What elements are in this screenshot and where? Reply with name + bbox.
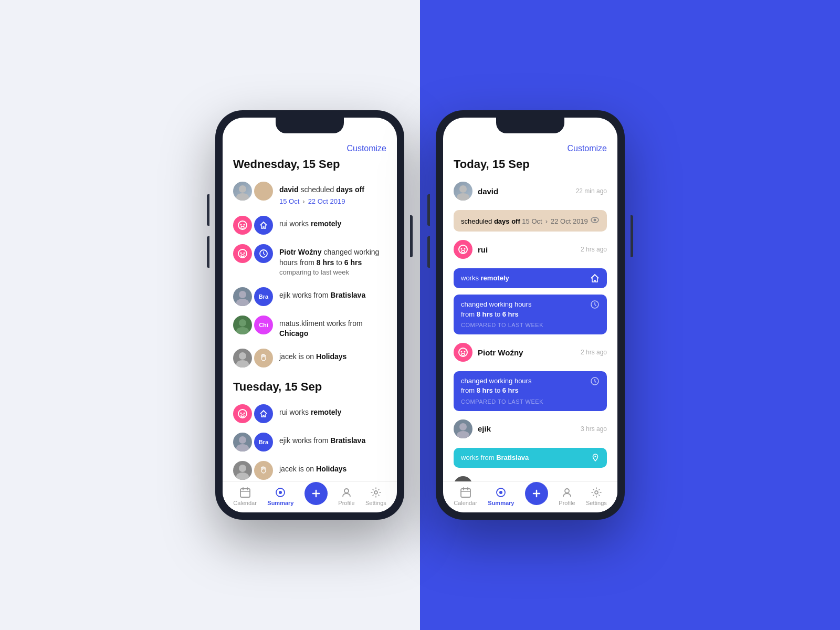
nav-calendar-label-left: Calendar (233, 500, 257, 506)
calendar-icon-left (239, 486, 251, 499)
right-feed-item-aa: aa aa 3 hrs ago works from Bratislava (454, 476, 607, 481)
nav-settings-left[interactable]: Settings (365, 486, 386, 506)
nav-settings-label-right: Settings (586, 500, 607, 506)
nav-calendar-right[interactable]: Calendar (454, 486, 477, 506)
phone-right: Customize Today, 15 Sep david 22 min ago (436, 110, 625, 520)
avatar-matus-photo (233, 316, 252, 334)
nav-profile-label-left: Profile (338, 500, 354, 506)
location-icon-ejik (591, 454, 600, 462)
avatar-aa-right: aa (454, 476, 472, 481)
nav-profile-right[interactable]: Profile (559, 486, 575, 506)
nav-settings-right[interactable]: Settings (586, 486, 607, 506)
avatar-rui-right (454, 240, 472, 259)
card-date-range-david: 15 Oct›22 Oct 2019 (522, 217, 587, 226)
avatar-ejik-photo (233, 287, 252, 306)
svg-point-0 (239, 185, 246, 193)
right-feed-item-david: david 22 min ago scheduled days off 15 O… (454, 182, 607, 232)
feed-item-rui-tue: rui works remotely (233, 404, 386, 423)
svg-point-30 (457, 193, 469, 201)
screen-right-content: Customize Today, 15 Sep david 22 min ago (443, 118, 617, 481)
feed-item-ejik-wed: Bra ejik works from Bratislava (233, 287, 386, 306)
name-piotr-right: Piotr Woźny (478, 348, 523, 357)
avatar-jacek-photo (233, 349, 252, 368)
svg-point-24 (236, 472, 249, 480)
calendar-icon-right (459, 486, 472, 499)
feed-text-rui-tue: rui works remotely (279, 404, 341, 418)
nav-profile-label-right: Profile (559, 500, 575, 506)
avatar-pair-ejik-wed: Bra (233, 287, 273, 306)
profile-icon-right (561, 486, 573, 499)
card-text-rui-hours: changed working hoursfrom 8 hrs to 6 hrs (461, 300, 543, 319)
avatar-jacek-hand (254, 349, 273, 368)
phone-left-screen: Customize Wednesday, 15 Sep david schedu… (223, 118, 397, 512)
clock-icon-rui (590, 300, 600, 309)
svg-point-41 (461, 353, 465, 355)
svg-point-50 (565, 489, 569, 493)
feed-item-jacek-wed: jacek is on Holidays (233, 349, 386, 368)
add-button-left[interactable] (304, 482, 328, 505)
avatar-piotr-pig (233, 244, 252, 263)
phone-right-screen: Customize Today, 15 Sep david 22 min ago (443, 118, 617, 512)
nav-add-left[interactable] (304, 487, 328, 505)
card-rui-hours: changed working hoursfrom 8 hrs to 6 hrs… (454, 295, 607, 334)
nav-add-right[interactable] (525, 487, 548, 505)
avatar-pair-rui-wed (233, 216, 273, 235)
svg-point-28 (374, 491, 377, 494)
nav-summary-label-left: Summary (267, 500, 293, 506)
svg-point-3 (240, 224, 242, 226)
avatar-pair-matus: Chi (233, 316, 273, 334)
avatar-ejik-right (454, 419, 472, 438)
feed-text-ejik-wed: ejik works from Bratislava (279, 287, 365, 301)
nav-summary-right[interactable]: Summary (488, 486, 514, 506)
volume-up-button-right (427, 194, 430, 226)
svg-point-34 (461, 248, 463, 250)
feed-text-matus-wed: matus.kliment works from Chicago (279, 316, 386, 339)
avatar-rui-home (254, 216, 273, 235)
nav-profile-left[interactable]: Profile (338, 486, 354, 506)
cards-david: scheduled days off 15 Oct›22 Oct 2019 (454, 207, 607, 232)
right-feed-item-ejik: ejik 3 hrs ago works from Bratislava (454, 419, 607, 468)
svg-point-8 (244, 253, 245, 254)
date-header-wednesday: Wednesday, 15 Sep (233, 158, 386, 171)
cards-ejik: works from Bratislava (454, 445, 607, 468)
date-header-today: Today, 15 Sep (454, 158, 607, 171)
avatar-piotr-clock (254, 244, 273, 263)
summary-icon-right (495, 486, 507, 499)
avatar-david-tan (254, 182, 273, 201)
nav-summary-left[interactable]: Summary (267, 486, 293, 506)
time-ejik: 3 hrs ago (581, 425, 607, 433)
customize-button-right[interactable]: Customize (454, 144, 607, 153)
avatar-rui-tue-home (254, 404, 273, 423)
phones-container: Customize Wednesday, 15 Sep david schedu… (0, 0, 840, 630)
svg-point-20 (241, 415, 244, 417)
cards-rui: works remotely changed working hoursfrom… (454, 265, 607, 334)
card-label-piotr: COMPARED TO LAST WEEK (461, 398, 543, 406)
add-button-right[interactable] (525, 482, 548, 505)
bottom-nav-left: Calendar Summary Prof (223, 481, 397, 512)
profile-icon-left (340, 486, 353, 499)
avatar-ejik-tue-photo (233, 433, 252, 452)
avatar-jacek-tue-hand (254, 461, 273, 480)
volume-up-button (207, 194, 209, 226)
settings-icon-right (590, 486, 603, 499)
svg-point-5 (241, 226, 244, 228)
svg-point-1 (236, 193, 249, 201)
feed-text-piotr-wed: Piotr Woźny changed working hours from 8… (279, 244, 386, 277)
card-rui-remotely: works remotely (454, 268, 607, 288)
eye-icon (590, 215, 600, 225)
nav-calendar-left[interactable]: Calendar (233, 486, 257, 506)
svg-point-23 (239, 465, 246, 472)
card-text-ejik: works from Bratislava (461, 453, 529, 463)
svg-point-4 (244, 224, 245, 226)
avatar-rui-tue-pig (233, 404, 252, 423)
nav-summary-label-right: Summary (488, 500, 514, 506)
avatar-pair-david (233, 182, 273, 201)
power-button (410, 215, 413, 257)
feed-text-ejik-tue: ejik works from Bratislava (279, 433, 365, 446)
card-ejik-bratislava: works from Bratislava (454, 448, 607, 468)
customize-button-left[interactable]: Customize (233, 144, 386, 153)
avatar-david-photo (233, 182, 252, 201)
nav-settings-label-left: Settings (365, 500, 386, 506)
svg-rect-48 (461, 489, 470, 497)
date-header-tuesday: Tuesday, 15 Sep (233, 380, 386, 394)
